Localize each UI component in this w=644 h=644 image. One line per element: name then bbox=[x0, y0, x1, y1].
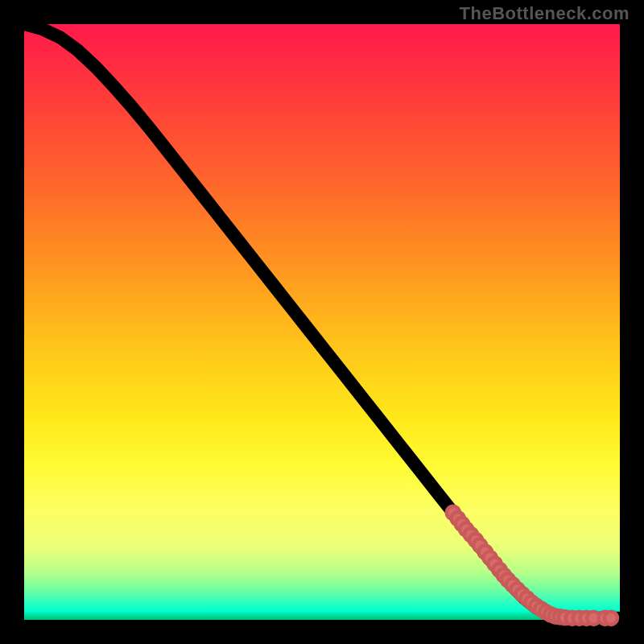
highlight-dot bbox=[605, 612, 617, 625]
highlight-dots-group bbox=[447, 506, 617, 625]
chart-frame: TheBottleneck.com bbox=[0, 0, 644, 644]
bottleneck-curve bbox=[24, 24, 620, 618]
watermark-text: TheBottleneck.com bbox=[460, 3, 630, 24]
chart-overlay bbox=[24, 24, 620, 620]
